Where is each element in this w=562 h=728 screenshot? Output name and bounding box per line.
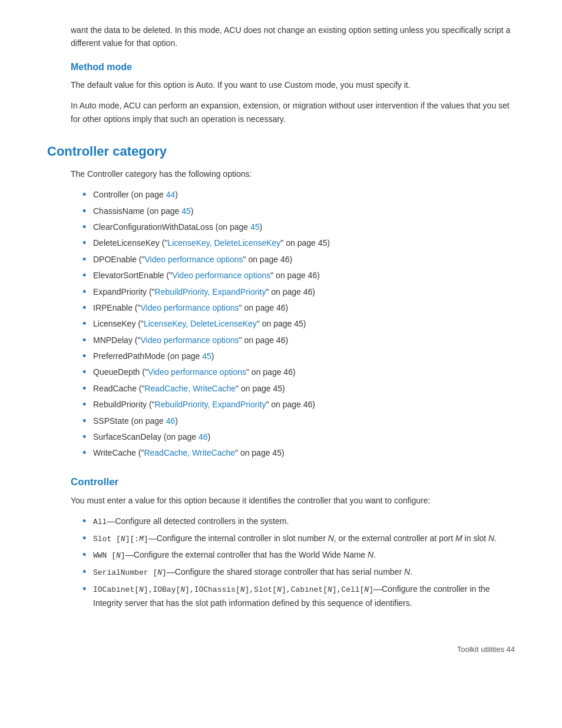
list-item: ClearConfigurationWithDataLoss (on page … (82, 220, 515, 233)
list-item: ChassisName (on page 45) (82, 205, 515, 218)
method-mode-para1: The default value for this option is Aut… (47, 78, 515, 92)
controller-items-list: All—Configure all detected controllers i… (47, 515, 515, 610)
item-text: DeleteLicenseKey ("LicenseKey, DeleteLic… (93, 238, 330, 248)
item-text: LicenseKey ("LicenseKey, DeleteLicenseKe… (93, 319, 306, 328)
item-text: SSPState (on page (93, 416, 166, 426)
list-item: Controller (on page 44) (82, 188, 515, 201)
controller-subheading: Controller (47, 476, 515, 488)
list-item: DeleteLicenseKey ("LicenseKey, DeleteLic… (82, 236, 515, 249)
item-link[interactable]: Video performance options (140, 303, 239, 312)
item-link[interactable]: ReadCache, WriteCache (144, 448, 235, 457)
list-item: ElevatorSortEnable ("Video performance o… (82, 269, 515, 282)
method-mode-para2: In Auto mode, ACU can perform an expansi… (47, 99, 515, 126)
list-item: Slot [N][:M]—Configure the internal cont… (82, 532, 515, 546)
item-text: MNPDelay ("Video performance options" on… (93, 335, 288, 345)
item-mono: Slot [N][:M] (93, 535, 148, 543)
item-link[interactable]: Video performance options (144, 255, 243, 264)
item-text: QueueDepth ("Video performance options" … (93, 367, 296, 377)
item-text: PreferredPathMode (on page (93, 351, 202, 361)
item-link[interactable]: 46 (166, 416, 176, 426)
footer-text: Toolkit utilities 44 (457, 645, 515, 654)
item-text: IRPEnable ("Video performance options" o… (93, 303, 288, 312)
item-text: ReadCache ("ReadCache, WriteCache" on pa… (93, 384, 285, 393)
list-item: IRPEnable ("Video performance options" o… (82, 301, 515, 314)
list-item: IOCabinet[N],IOBay[N],IOChassis[N],Slot[… (82, 582, 515, 610)
item-mono: All (93, 518, 107, 526)
list-item: SerialNumber [N]—Configure the shared st… (82, 565, 515, 579)
item-text: ExpandPriority ("RebuildPriority, Expand… (93, 287, 315, 297)
list-item: WriteCache ("ReadCache, WriteCache" on p… (82, 446, 515, 459)
item-link[interactable]: 45 (181, 206, 191, 216)
controller-category-list: Controller (on page 44) ChassisName (on … (47, 188, 515, 460)
item-link[interactable]: RebuildPriority, ExpandPriority (155, 287, 266, 297)
item-text: ElevatorSortEnable ("Video performance o… (93, 271, 320, 280)
item-link[interactable]: LicenseKey, DeleteLicenseKey (167, 238, 280, 248)
list-item: SurfaceScanDelay (on page 46) (82, 430, 515, 443)
list-item: ExpandPriority ("RebuildPriority, Expand… (82, 285, 515, 298)
list-item: All—Configure all detected controllers i… (82, 515, 515, 529)
item-text: DPOEnable ("Video performance options" o… (93, 255, 292, 264)
item-link[interactable]: Video performance options (172, 271, 270, 280)
item-link[interactable]: ReadCache, WriteCache (144, 384, 236, 393)
item-text: RebuildPriority ("RebuildPriority, Expan… (93, 400, 315, 409)
controller-category-intro: The Controller category has the followin… (47, 167, 515, 181)
item-text: —Configure the external controller that … (125, 550, 376, 559)
item-text: —Configure the internal controller in sl… (148, 533, 497, 543)
list-item: LicenseKey ("LicenseKey, DeleteLicenseKe… (82, 317, 515, 330)
list-item: WWN [N]—Configure the external controlle… (82, 548, 515, 562)
item-text: ClearConfigurationWithDataLoss (on page (93, 222, 250, 232)
item-text: Controller (on page (93, 190, 166, 199)
list-item: PreferredPathMode (on page 45) (82, 350, 515, 363)
method-mode-heading: Method mode (47, 62, 515, 73)
intro-paragraph: want the data to be deleted. In this mod… (47, 24, 515, 50)
controller-category-heading: Controller category (47, 144, 515, 159)
page-footer: Toolkit utilities 44 (47, 645, 515, 654)
list-item: DPOEnable ("Video performance options" o… (82, 253, 515, 266)
item-text: WriteCache ("ReadCache, WriteCache" on p… (93, 448, 285, 457)
list-item: RebuildPriority ("RebuildPriority, Expan… (82, 398, 515, 411)
method-mode-section: Method mode The default value for this o… (47, 62, 515, 126)
list-item: QueueDepth ("Video performance options" … (82, 365, 515, 378)
item-link[interactable]: Video performance options (148, 367, 246, 377)
item-text: —Configure the shared storage controller… (167, 567, 412, 577)
item-link[interactable]: 46 (199, 432, 208, 442)
item-link[interactable]: Video performance options (140, 335, 239, 345)
item-text: SurfaceScanDelay (on page (93, 432, 199, 442)
item-mono: SerialNumber [N] (93, 568, 167, 577)
list-item: MNPDelay ("Video performance options" on… (82, 334, 515, 347)
item-text: ChassisName (on page (93, 206, 181, 216)
page-container: want the data to be deleted. In this mod… (0, 0, 562, 689)
controller-intro: You must enter a value for this option b… (47, 494, 515, 508)
item-mono: IOCabinet[N],IOBay[N],IOChassis[N],Slot[… (93, 585, 373, 594)
list-item: ReadCache ("ReadCache, WriteCache" on pa… (82, 382, 515, 395)
item-text: —Configure all detected controllers in t… (107, 516, 289, 526)
item-link[interactable]: 45 (202, 351, 211, 361)
list-item: SSPState (on page 46) (82, 414, 515, 427)
intro-text: want the data to be deleted. In this mod… (71, 24, 515, 50)
item-mono: WWN [N] (93, 551, 125, 560)
item-link[interactable]: RebuildPriority, ExpandPriority (155, 400, 266, 409)
item-link[interactable]: LicenseKey, DeleteLicenseKey (144, 319, 257, 328)
item-link[interactable]: 44 (166, 190, 176, 199)
item-link[interactable]: 45 (250, 222, 260, 232)
